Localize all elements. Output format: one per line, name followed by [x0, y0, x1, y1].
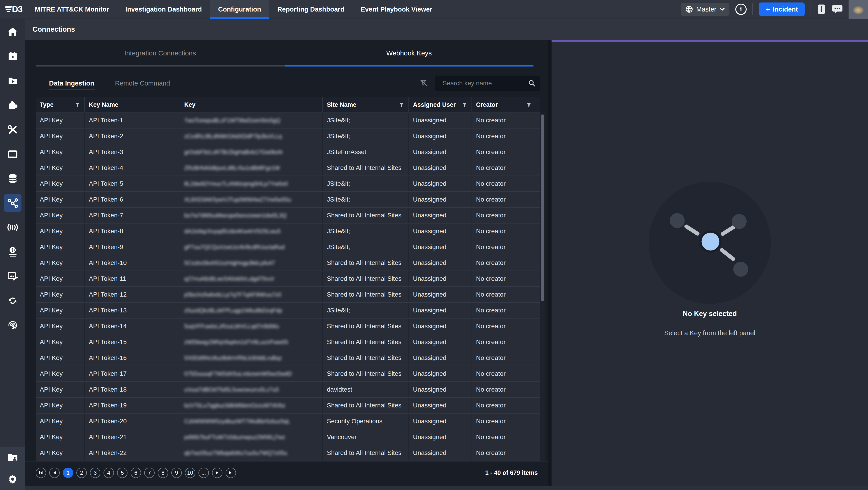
table-body: API Key API Token-1 7woTcewpuBLzF1WT9lwD… [36, 113, 540, 461]
chat-icon[interactable] [832, 4, 843, 14]
network-icon[interactable] [4, 194, 22, 212]
masked-key-value: 5CszkxSkxh51szHqjHxgp3kkLpfu47 [184, 260, 275, 266]
table-row[interactable]: API Key API Token-22 qb7wz05uz7WbqwbWu7u… [36, 445, 540, 461]
table-row[interactable]: API Key API Token-7 bo7w7dWlxuMwcqw0wxvz… [36, 208, 540, 224]
next-page-button[interactable] [212, 468, 222, 478]
masked-key-value: uVuut7dBOd75d5L5uwzwuzru5Lz7u5 [184, 386, 279, 393]
main-menu-item[interactable]: Event Playbook Viewer [352, 0, 440, 19]
main-menu-item[interactable]: Configuration [210, 0, 269, 19]
table-row[interactable]: API Key API Token-21 pdWb7buFTuW7z0duzrw… [36, 429, 540, 445]
table-row[interactable]: API Key API Token-16 5X0Dd9Nrz8uzBdmVRbL… [36, 350, 540, 366]
webhook-keys-table: Type Key Name Key Site Name Assigned Use… [36, 97, 540, 461]
main-menu: MITRE ATT&CK MonitorInvestigation Dashbo… [27, 0, 440, 19]
page-number-button[interactable]: 10 [185, 468, 195, 478]
broadcast-icon[interactable] [4, 219, 22, 236]
search-icon[interactable] [528, 79, 536, 87]
main-menu-item[interactable]: MITRE ATT&CK Monitor [27, 0, 117, 19]
masked-key-value: 075DuuuqF7WDdX5uLmbzwmW5wz5wdD [184, 371, 292, 377]
masked-key-value: CzbWWWW5zydbuzWT7WuBbr5zbuz5qL [184, 418, 290, 425]
user-avatar[interactable] [848, 0, 868, 19]
filter-funnel-icon[interactable] [526, 102, 532, 108]
panel-icon[interactable] [4, 145, 22, 163]
masked-key-value: gP7uu7QCQuVzwUzrAV8cdRUuctaRud [184, 244, 285, 251]
main-menu-item[interactable]: Reporting Dashboard [269, 0, 352, 19]
site-scope-label: Master [696, 6, 716, 13]
gear-icon[interactable] [4, 470, 22, 488]
table-row[interactable]: API Key API Token-14 5uqVFFuwlxLzRzuLbhV… [36, 319, 540, 334]
page-number-button[interactable]: 9 [171, 468, 182, 478]
masked-key-value: qb7wz05uz7WbqwbWu7uu5u7WQ7z05u [184, 450, 287, 456]
page-number-button[interactable]: 7 [144, 468, 155, 478]
column-header-type: Type [36, 97, 84, 112]
clear-filter-icon[interactable] [420, 79, 428, 88]
page-number-button[interactable]: 3 [90, 468, 100, 478]
table-row[interactable]: API Key API Token-9 gP7uu7QCQuVzwUzrAV8c… [36, 239, 540, 255]
tab-integration-connections[interactable]: Integration Connections [36, 40, 285, 66]
subtab-data-ingestion[interactable]: Data Ingestion [49, 77, 95, 90]
video-play-icon[interactable] [4, 72, 22, 90]
table-row[interactable]: API Key API Token-8 dA1lx9qzXvyqd5Udo4Kw… [36, 224, 540, 239]
table-row[interactable]: API Key API Token-11 q27rruA8zBLwc5A0ob5… [36, 271, 540, 287]
puzzle-icon[interactable] [4, 96, 22, 114]
calendar-play-icon[interactable] [4, 48, 22, 65]
database-icon[interactable] [4, 170, 22, 187]
table-row[interactable]: API Key API Token-5 8L2dw92Ymuz7LzNWzqmg… [36, 176, 540, 192]
table-row[interactable]: API Key API Token-15 zW59wqy29RqVbqAm1d7… [36, 334, 540, 350]
webhook-keys-panel: Integration Connections Webhook Keys Dat… [25, 40, 548, 486]
subtab-remote-command[interactable]: Remote Command [115, 77, 170, 90]
masked-key-value: zW59wqy29RqVbqAm1d7V8LuuVFww55 [184, 339, 288, 345]
page-number-button[interactable]: 1 [63, 468, 73, 478]
search-input[interactable] [442, 80, 528, 87]
masked-key-value: pdWb7buFTuW7z0duzrwpuz2WWLj7wz [184, 434, 285, 440]
table-header-row: Type Key Name Key Site Name Assigned Use… [36, 97, 540, 113]
content-area: Integration Connections Webhook Keys Dat… [25, 40, 868, 486]
globe-lines-icon[interactable] [4, 243, 22, 261]
filter-funnel-icon[interactable] [462, 102, 467, 108]
filter-funnel-icon[interactable] [399, 102, 404, 108]
first-page-button[interactable] [36, 468, 46, 478]
table-row[interactable]: API Key API Token-6 XL8XD3AK5ywVJTup0WW4… [36, 192, 540, 208]
scrollbar-thumb[interactable] [541, 114, 544, 301]
page-number-button[interactable]: 2 [76, 468, 87, 478]
page-number-button[interactable]: 8 [158, 468, 168, 478]
d3-logo[interactable]: D3 [0, 0, 27, 19]
masked-key-value: bzV70Lu7qgbuz3dbWbbmOzzuW7dVbz [184, 402, 285, 409]
last-page-button[interactable] [225, 468, 236, 478]
page-number-button[interactable]: 4 [103, 468, 114, 478]
key-detail-panel: No Key selected Select a Key from the le… [552, 40, 868, 486]
home-icon[interactable] [4, 23, 22, 41]
previous-page-button[interactable] [49, 468, 60, 478]
table-row[interactable]: API Key API Token-18 uVuut7dBOd75d5L5uwz… [36, 382, 540, 398]
fingerprint-icon[interactable] [4, 316, 22, 334]
table-row[interactable]: API Key API Token-20 CzbWWWW5zydbuzWT7Wu… [36, 413, 540, 429]
search-box [435, 76, 540, 91]
plus-icon: + [766, 5, 770, 13]
vertical-scrollbar[interactable] [540, 113, 545, 461]
table-row[interactable]: API Key API Token-4 ZRzBrNA0dkjuvLd8LrSu… [36, 160, 540, 176]
filter-funnel-icon[interactable] [75, 102, 80, 108]
table-row[interactable]: API Key API Token-10 5CszkxSkxh51szHqjHx… [36, 255, 540, 271]
page-number-button[interactable]: 5 [117, 468, 127, 478]
tab-webhook-keys[interactable]: Webhook Keys [285, 40, 533, 66]
top-navigation: D3 MITRE ATT&CK MonitorInvestigation Das… [0, 0, 868, 19]
release-notes-icon[interactable] [817, 4, 826, 15]
table-row[interactable]: API Key API Token-13 z5uzdQkzBLzkFPLugp1… [36, 303, 540, 319]
page-title: Connections [33, 25, 75, 33]
masked-key-value: ZRzBrNA0dkjuvLd8LrSu1oBb8Fgz1W [184, 165, 280, 171]
table-row[interactable]: API Key API Token-17 075DuuuqF7WDdX5uLmb… [36, 366, 540, 382]
image-pen-icon[interactable] [4, 267, 22, 285]
main-menu-item[interactable]: Investigation Dashboard [117, 0, 210, 19]
table-row[interactable]: API Key API Token-3 grOobF9zLsR7BrZbgHaB… [36, 144, 540, 160]
table-row[interactable]: API Key API Token-1 7woTcewpuBLzF1WT9lwD… [36, 113, 540, 128]
table-row[interactable]: API Key API Token-19 bzV70Lu7qgbuz3dbWbb… [36, 398, 540, 413]
table-row[interactable]: API Key API Token-2 zCcdRzJ8LdNWrOAdXDdP… [36, 128, 540, 144]
page-number-button[interactable]: 6 [131, 468, 141, 478]
folder-user-icon[interactable] [4, 449, 22, 466]
info-icon[interactable]: i [735, 4, 747, 15]
tools-icon[interactable] [4, 121, 22, 139]
table-row[interactable]: API Key API Token-12 p5buVu5wbvbLLp7q7F7… [36, 287, 540, 303]
page-number-button[interactable]: ... [198, 468, 209, 478]
site-scope-dropdown[interactable]: Master [681, 3, 730, 16]
sync-arrows-icon[interactable] [4, 292, 22, 310]
new-incident-button[interactable]: + Incident [759, 2, 805, 16]
